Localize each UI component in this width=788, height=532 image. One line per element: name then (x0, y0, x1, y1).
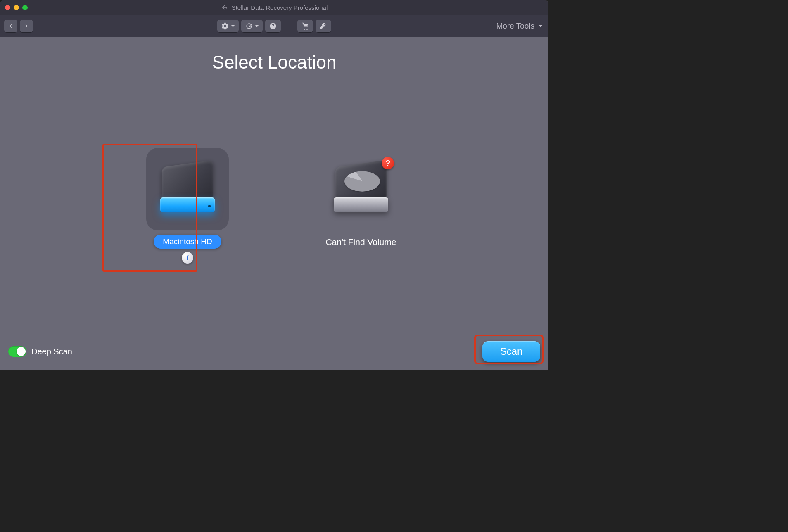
chevron-right-icon (24, 23, 29, 29)
dropdown-caret-icon (255, 25, 259, 27)
key-icon (320, 22, 327, 30)
toolbar-center (217, 20, 331, 32)
drive-icon-box: ? (320, 148, 402, 230)
drive-list: Macintosh HD i ? Can't Find Volume (0, 148, 548, 264)
deep-scan-label: Deep Scan (31, 347, 72, 356)
dropdown-caret-icon (539, 25, 543, 27)
titlebar: Stellar Data Recovery Professional (0, 0, 548, 15)
more-tools-label: More Tools (496, 21, 534, 31)
dropdown-caret-icon (231, 25, 235, 27)
maximize-window-button[interactable] (22, 5, 28, 10)
history-menu-button[interactable] (241, 20, 263, 32)
drive-label: Can't Find Volume (326, 237, 396, 247)
activate-button[interactable] (316, 20, 331, 32)
nav-buttons (4, 20, 33, 32)
chevron-left-icon (8, 23, 14, 29)
more-tools-menu[interactable]: More Tools (496, 21, 543, 31)
drive-cant-find-volume[interactable]: ? Can't Find Volume (320, 148, 402, 264)
back-arrow-icon (221, 4, 228, 11)
window-title: Stellar Data Recovery Professional (0, 4, 548, 11)
content: Select Location Macintosh HD i (0, 36, 548, 370)
nav-back-button[interactable] (4, 20, 17, 32)
toolbar: More Tools (0, 15, 548, 37)
close-window-button[interactable] (5, 5, 10, 10)
page-title: Select Location (0, 52, 548, 73)
help-icon (269, 22, 277, 30)
highlight-frame-scan (474, 335, 544, 364)
highlight-frame-drive (102, 144, 197, 272)
app-window: Stellar Data Recovery Professional (0, 0, 548, 370)
toggle-knob (17, 347, 26, 356)
deep-scan-toggle[interactable] (8, 346, 26, 357)
minimize-window-button[interactable] (14, 5, 19, 10)
toolbar-group-settings (217, 20, 281, 32)
unknown-drive-icon: ? (328, 156, 394, 222)
question-badge-icon: ? (382, 157, 394, 169)
window-controls (5, 5, 28, 10)
cart-icon (301, 22, 309, 30)
gear-icon (221, 22, 229, 30)
toolbar-right: More Tools (496, 21, 543, 31)
toolbar-group-purchase (297, 20, 331, 32)
settings-menu-button[interactable] (217, 20, 239, 32)
help-button[interactable] (265, 20, 281, 32)
deep-scan-row: Deep Scan (8, 346, 72, 357)
pie-chart-icon (344, 171, 380, 191)
nav-forward-button[interactable] (20, 20, 33, 32)
window-title-text: Stellar Data Recovery Professional (232, 4, 328, 11)
history-icon (245, 22, 253, 30)
footer: Deep Scan Scan (0, 341, 548, 362)
buy-button[interactable] (297, 20, 313, 32)
